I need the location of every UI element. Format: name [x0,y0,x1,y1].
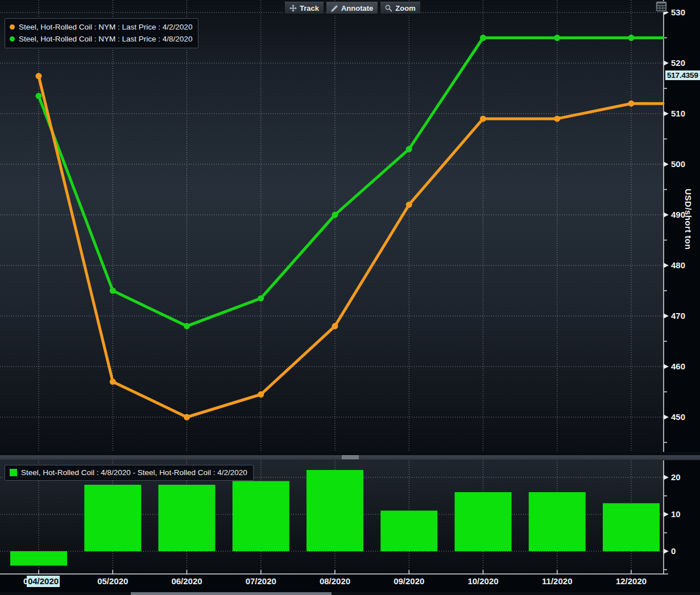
series-dot-orange [10,24,15,30]
zoom-button[interactable]: Zoom [380,2,420,14]
panel-splitter[interactable] [0,452,700,460]
svg-text:530: 530 [671,7,685,17]
svg-text:08/2020: 08/2020 [320,576,350,586]
svg-text:500: 500 [671,159,685,169]
annotate-button[interactable]: Annotate [326,2,378,14]
svg-text:11/2020: 11/2020 [542,576,572,586]
legend-item-orange: Steel, Hot-Rolled Coil : NYM : Last Pric… [10,21,192,33]
svg-text:07/2020: 07/2020 [246,576,276,586]
legend-item-green: Steel, Hot-Rolled Coil : NYM : Last Pric… [10,33,192,45]
legend-label-green: Steel, Hot-Rolled Coil : NYM : Last Pric… [19,33,192,45]
spread-legend[interactable]: Steel, Hot-Rolled Coil : 4/8/2020 - Stee… [5,465,254,481]
svg-text:12/2020: 12/2020 [616,576,647,586]
grid-icon [657,3,665,10]
track-button[interactable]: Track [284,2,324,14]
move-icon [289,5,297,12]
track-button-label: Track [300,4,319,13]
svg-text:510: 510 [671,109,685,118]
annotate-button-label: Annotate [341,4,373,13]
y-axis-title: USD/short ton [684,189,693,249]
svg-text:520: 520 [671,58,685,68]
zoom-button-label: Zoom [395,4,415,13]
svg-text:10: 10 [671,509,681,519]
tracked-value-label: 517.4359 [665,70,700,80]
svg-text:470: 470 [671,311,685,321]
main-y-axis: 450460470480490500510520530 [664,0,685,452]
chart-toolbar: Track Annotate Zoom [284,2,421,14]
svg-text:06/2020: 06/2020 [171,576,202,586]
scrollbar-track[interactable] [0,592,700,595]
bottom-y-axis: 01020 [664,460,681,574]
main-plot-background [0,0,664,452]
svg-text:480: 480 [671,260,685,270]
magnifier-icon [385,5,392,12]
pencil-icon [331,5,338,12]
svg-text:0: 0 [671,546,676,556]
svg-text:04/2020: 04/2020 [28,576,59,586]
chart-window: 450460470480490500510520530 0102004/2020… [0,0,700,595]
scrollbar-thumb[interactable] [131,592,332,595]
main-plot-area[interactable]: 450460470480490500510520530 [0,0,700,452]
spread-legend-label: Steel, Hot-Rolled Coil : 4/8/2020 - Stee… [21,468,247,477]
svg-text:460: 460 [671,361,685,371]
svg-text:450: 450 [671,412,685,422]
series-dot-green [10,36,15,41]
svg-text:05/2020: 05/2020 [97,576,128,586]
chart-settings-button[interactable] [656,1,667,12]
svg-text:10/2020: 10/2020 [467,576,498,586]
spread-swatch [10,469,17,476]
svg-text:09/2020: 09/2020 [394,576,424,586]
splitter-grip[interactable] [342,455,359,459]
svg-text:20: 20 [671,472,681,482]
main-legend[interactable]: Steel, Hot-Rolled Coil : NYM : Last Pric… [5,18,198,48]
legend-label-orange: Steel, Hot-Rolled Coil : NYM : Last Pric… [19,21,192,33]
